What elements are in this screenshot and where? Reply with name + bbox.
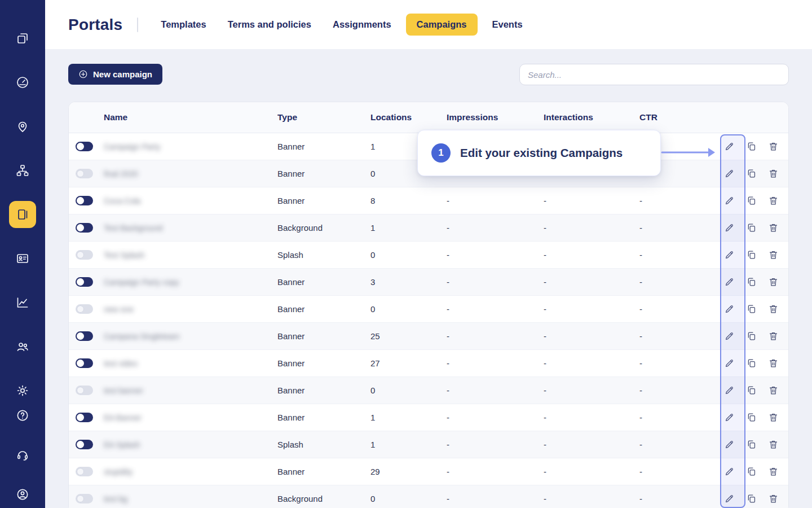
toggle-knob [77,170,84,177]
campaign-ctr: - [630,413,701,422]
campaign-toggle[interactable] [76,331,93,341]
edit-button[interactable] [722,465,736,479]
pencil-icon [724,249,735,260]
delete-button[interactable] [766,275,780,290]
edit-button[interactable] [722,329,736,344]
sidebar-item-network[interactable] [9,157,36,184]
duplicate-button[interactable] [744,465,758,479]
delete-button[interactable] [766,356,780,371]
campaign-toggle[interactable] [76,142,93,151]
duplicate-button[interactable] [744,221,758,235]
campaign-impressions: - [438,494,535,503]
column-locations: Locations [361,112,438,122]
sidebar-item-contacts[interactable] [9,245,36,272]
edit-button[interactable] [722,194,736,208]
duplicate-button[interactable] [744,248,758,262]
edit-button[interactable] [722,248,736,262]
copy-icon [746,168,757,179]
campaign-toggle[interactable] [76,169,93,178]
campaign-type: Background [268,494,361,503]
delete-button[interactable] [766,221,780,235]
campaign-toggle[interactable] [76,494,93,503]
copy-icon [746,249,757,260]
edit-button[interactable] [722,221,736,235]
campaign-toggle[interactable] [76,467,93,476]
delete-button[interactable] [766,383,780,398]
onboarding-tooltip: 1 Edit your existing Campaigns [417,130,661,176]
tab-templates[interactable]: Templates [154,14,213,36]
trash-icon [768,277,779,287]
campaign-impressions: - [438,223,535,233]
table-row: Campana SingleteamBanner25--- [69,323,788,350]
delete-button[interactable] [766,139,780,154]
campaign-toggle[interactable] [76,304,93,314]
toggle-knob [77,495,84,502]
duplicate-button[interactable] [744,383,758,398]
campaign-toggle[interactable] [76,386,93,395]
delete-button[interactable] [766,248,780,262]
sidebar-item-audience[interactable] [9,333,36,360]
sidebar-item-portals-pages[interactable] [9,25,36,52]
tab-events[interactable]: Events [486,14,529,36]
duplicate-button[interactable] [744,356,758,371]
edit-button[interactable] [722,302,736,317]
delete-button[interactable] [766,437,780,452]
sidebar-item-help[interactable] [11,404,34,427]
sidebar-item-dashboard[interactable] [9,69,36,96]
tab-assignments[interactable]: Assignments [326,14,398,36]
delete-button[interactable] [766,465,780,479]
duplicate-button[interactable] [744,492,758,506]
sidebar-item-campaigns[interactable] [9,201,36,228]
sidebar-item-analytics[interactable] [9,289,36,316]
campaign-toggle[interactable] [76,196,93,205]
sidebar-item-support[interactable] [11,444,34,466]
tab-terms-and-policies[interactable]: Terms and policies [221,14,318,36]
campaign-type: Banner [268,196,361,205]
campaign-toggle[interactable] [76,250,93,260]
table-row: stupidityBanner29--- [69,458,788,485]
delete-button[interactable] [766,492,780,506]
pencil-icon [724,412,735,423]
campaign-impressions: - [438,358,535,368]
duplicate-button[interactable] [744,329,758,344]
edit-button[interactable] [722,167,736,181]
edit-button[interactable] [722,410,736,425]
sidebar-item-settings[interactable] [9,377,36,404]
table-row: test videoBanner27--- [69,350,788,377]
delete-button[interactable] [766,302,780,317]
edit-button[interactable] [722,275,736,290]
gauge-icon [16,76,29,89]
duplicate-button[interactable] [744,410,758,425]
campaign-impressions: - [438,250,535,260]
campaign-toggle[interactable] [76,413,93,422]
sidebar-item-account[interactable] [11,483,34,506]
edit-button[interactable] [722,356,736,371]
edit-button[interactable] [722,437,736,452]
delete-button[interactable] [766,410,780,425]
delete-button[interactable] [766,194,780,208]
campaign-toggle[interactable] [76,277,93,287]
edit-button[interactable] [722,492,736,506]
duplicate-button[interactable] [744,302,758,317]
sidebar-item-locations[interactable] [9,113,36,140]
new-campaign-button[interactable]: New campaign [68,64,162,85]
duplicate-button[interactable] [744,194,758,208]
duplicate-button[interactable] [744,437,758,452]
campaign-impressions: - [438,440,535,449]
tab-campaigns[interactable]: Campaigns [406,14,478,36]
duplicate-button[interactable] [744,167,758,181]
delete-button[interactable] [766,167,780,181]
campaign-impressions: - [438,304,535,314]
duplicate-button[interactable] [744,275,758,290]
campaign-interactions: - [535,250,630,260]
trash-icon [768,249,779,260]
campaign-toggle[interactable] [76,223,93,233]
edit-button[interactable] [722,139,736,154]
copy-icon [746,195,757,206]
campaign-toggle[interactable] [76,440,93,449]
edit-button[interactable] [722,383,736,398]
search-input[interactable] [519,64,789,85]
campaign-toggle[interactable] [76,358,93,368]
duplicate-button[interactable] [744,139,758,154]
delete-button[interactable] [766,329,780,344]
